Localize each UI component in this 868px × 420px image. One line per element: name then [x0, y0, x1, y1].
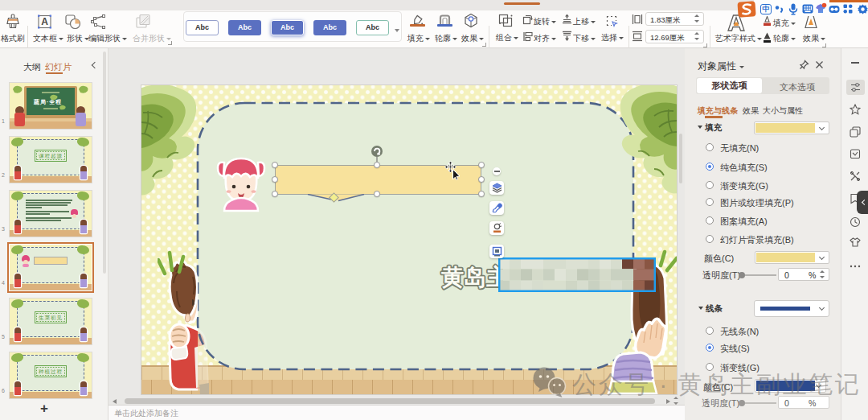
svg-text:A: A	[41, 16, 48, 27]
svg-text:黄岛主: 黄岛主	[441, 265, 503, 290]
